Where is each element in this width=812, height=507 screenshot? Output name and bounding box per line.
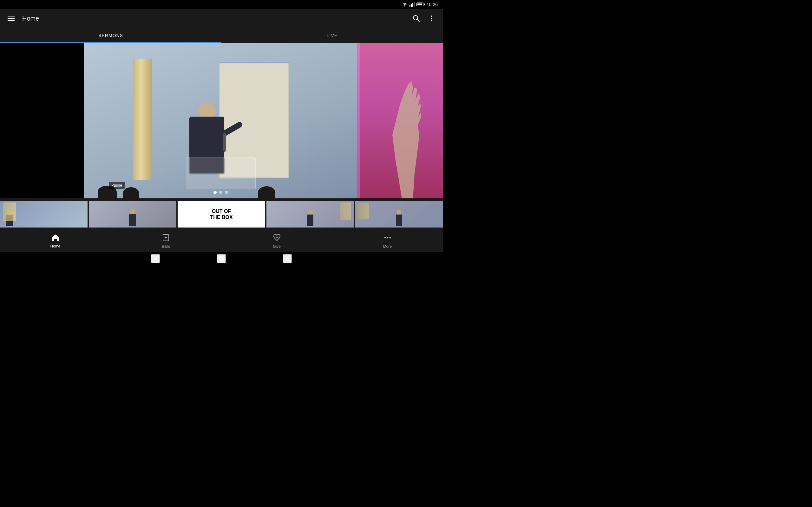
thumbnail-text-out-of-box: OUT OF THE BOX bbox=[207, 206, 235, 223]
status-icons: 10:26 bbox=[402, 2, 438, 7]
nav-bible[interactable]: Bible bbox=[111, 230, 221, 252]
more-dots-icon bbox=[384, 233, 392, 243]
svg-rect-4 bbox=[414, 2, 415, 7]
nav-more[interactable]: More bbox=[332, 230, 443, 252]
svg-point-15 bbox=[384, 237, 386, 239]
dot-2 bbox=[219, 191, 222, 194]
video-left-panel bbox=[0, 43, 84, 199]
svg-rect-1 bbox=[409, 5, 410, 7]
microphone bbox=[223, 133, 226, 152]
nav-more-label: More bbox=[383, 244, 392, 249]
status-bar: 10:26 bbox=[0, 0, 443, 9]
svg-point-17 bbox=[389, 237, 391, 239]
thumbnail-4[interactable] bbox=[266, 201, 354, 228]
svg-point-9 bbox=[431, 20, 432, 21]
svg-point-16 bbox=[387, 237, 388, 239]
video-main-content: Pause bbox=[84, 43, 357, 199]
search-button[interactable] bbox=[410, 12, 422, 25]
bible-icon bbox=[162, 233, 170, 243]
system-recents-button[interactable] bbox=[283, 254, 292, 263]
nav-give-label: Give bbox=[273, 244, 281, 249]
time-display: 10:26 bbox=[426, 2, 438, 7]
overflow-menu-button[interactable] bbox=[425, 12, 438, 25]
video-right-panel bbox=[357, 43, 443, 199]
system-nav-bar bbox=[0, 252, 443, 265]
svg-line-6 bbox=[417, 20, 420, 22]
svg-point-0 bbox=[404, 6, 405, 7]
dot-3 bbox=[225, 191, 228, 194]
dot-1 bbox=[213, 191, 217, 194]
nav-bible-label: Bible bbox=[162, 244, 170, 249]
nav-give[interactable]: Give bbox=[221, 230, 332, 252]
more-vertical-icon bbox=[427, 14, 435, 22]
podium bbox=[186, 158, 256, 189]
nav-home-label: Home bbox=[50, 244, 60, 248]
thumbnail-row: OUT OF THE BOX bbox=[0, 199, 443, 230]
svg-rect-2 bbox=[411, 4, 412, 7]
svg-rect-20 bbox=[286, 257, 289, 261]
app-title: Home bbox=[22, 15, 410, 22]
thumbnail-5[interactable] bbox=[355, 201, 443, 228]
thumbnail-1[interactable] bbox=[0, 201, 88, 228]
app-bar-actions bbox=[410, 12, 438, 25]
system-back-button[interactable] bbox=[151, 254, 160, 263]
tabs: Sermons Live bbox=[0, 28, 443, 43]
signal-icon bbox=[409, 2, 415, 7]
svg-point-8 bbox=[431, 18, 432, 19]
tab-sermons[interactable]: Sermons bbox=[0, 28, 221, 43]
search-icon bbox=[412, 14, 420, 22]
hand-gesture bbox=[383, 72, 430, 199]
pause-button[interactable]: Pause bbox=[109, 182, 125, 189]
battery-icon bbox=[416, 3, 423, 6]
audience-right bbox=[258, 186, 275, 199]
svg-point-19 bbox=[219, 256, 224, 261]
system-home-button[interactable] bbox=[217, 254, 226, 263]
video-player[interactable]: Pause bbox=[0, 43, 443, 199]
tab-live[interactable]: Live bbox=[221, 28, 443, 43]
give-heart-icon bbox=[273, 233, 281, 243]
menu-button[interactable] bbox=[5, 13, 17, 23]
svg-rect-3 bbox=[412, 3, 413, 7]
svg-point-7 bbox=[431, 15, 432, 17]
thumbnail-2[interactable] bbox=[89, 201, 176, 228]
nav-home[interactable]: Home bbox=[0, 230, 111, 252]
slide-indicator bbox=[213, 191, 228, 194]
video-background: Pause bbox=[0, 43, 443, 199]
column-left bbox=[133, 59, 152, 180]
svg-marker-18 bbox=[154, 257, 157, 261]
bottom-nav: Home Bible Give bbox=[0, 230, 443, 252]
thumbnail-3[interactable]: OUT OF THE BOX bbox=[177, 201, 265, 228]
app-bar: Home bbox=[0, 9, 443, 28]
wifi-icon bbox=[402, 2, 408, 7]
home-icon bbox=[51, 234, 60, 243]
